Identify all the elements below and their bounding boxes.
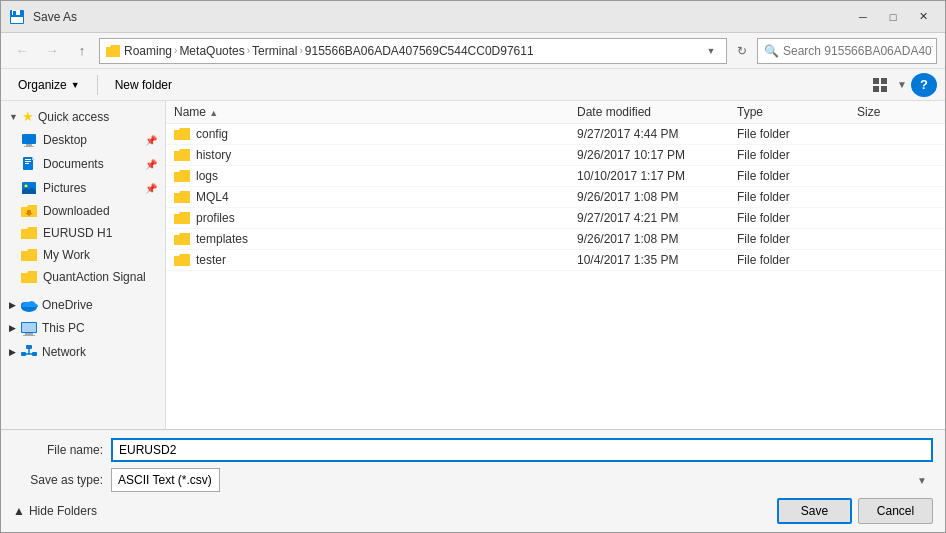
address-parts: Roaming › MetaQuotes › Terminal › 915566… (124, 44, 698, 58)
sidebar-section-quick-access[interactable]: ▼ ★ Quick access (1, 105, 165, 128)
file-name: templates (196, 232, 248, 246)
file-date: 9/27/2017 4:21 PM (577, 211, 737, 225)
sidebar-item-downloaded[interactable]: Downloaded (1, 200, 165, 222)
file-type: File folder (737, 169, 857, 183)
file-name: tester (196, 253, 226, 267)
address-part-roaming[interactable]: Roaming (124, 44, 172, 58)
folder-row-icon (174, 127, 190, 141)
file-type: File folder (737, 190, 857, 204)
up-button[interactable]: ↑ (69, 38, 95, 64)
file-name: profiles (196, 211, 235, 225)
new-folder-button[interactable]: New folder (106, 73, 181, 97)
help-button[interactable]: ? (911, 73, 937, 97)
table-row[interactable]: history 9/26/2017 10:17 PM File folder (166, 145, 945, 166)
svg-rect-22 (23, 335, 35, 336)
svg-rect-21 (25, 333, 33, 335)
sidebar-item-eurusd[interactable]: EURUSD H1 (1, 222, 165, 244)
folder-row-icon (174, 232, 190, 246)
file-type: File folder (737, 232, 857, 246)
file-name: config (196, 127, 228, 141)
forward-button[interactable]: → (39, 38, 65, 64)
svg-rect-9 (26, 144, 32, 146)
file-date: 9/26/2017 1:08 PM (577, 232, 737, 246)
folder-row-icon (174, 253, 190, 267)
back-button[interactable]: ← (9, 38, 35, 64)
filename-input[interactable] (111, 438, 933, 462)
saveas-select[interactable]: ASCII Text (*.csv) (111, 468, 220, 492)
desktop-label: Desktop (43, 133, 87, 147)
table-row[interactable]: templates 9/26/2017 1:08 PM File folder (166, 229, 945, 250)
sort-arrow-icon: ▲ (209, 108, 218, 118)
svg-rect-23 (26, 345, 32, 349)
desktop-pin-icon: 📌 (145, 135, 157, 146)
svg-rect-8 (22, 134, 36, 144)
save-button[interactable]: Save (777, 498, 852, 524)
address-part-id[interactable]: 915566BA06ADA407569C544CC0D97611 (305, 44, 534, 58)
sidebar-item-documents[interactable]: Documents 📌 (1, 152, 165, 176)
file-name: logs (196, 169, 218, 183)
folder-row-icon (174, 148, 190, 162)
sidebar-section-network[interactable]: ▶ Network (1, 340, 165, 364)
hide-folders-chevron-icon: ▲ (13, 504, 25, 518)
col-name-label: Name (174, 105, 206, 119)
refresh-button[interactable]: ↻ (731, 40, 753, 62)
folder-row-icon (174, 169, 190, 183)
table-row[interactable]: tester 10/4/2017 1:35 PM File folder (166, 250, 945, 271)
mywork-folder-icon (21, 248, 37, 262)
svg-rect-3 (11, 17, 23, 23)
file-date: 9/27/2017 4:44 PM (577, 127, 737, 141)
search-input[interactable] (783, 44, 933, 58)
pictures-pin-icon: 📌 (145, 183, 157, 194)
view-toggle-button[interactable] (867, 73, 893, 97)
sidebar-item-quantaction[interactable]: QuantAction Signal (1, 266, 165, 288)
pictures-label: Pictures (43, 181, 86, 195)
col-size-header[interactable]: Size (857, 105, 937, 119)
new-folder-label: New folder (115, 78, 172, 92)
hide-folders-label: Hide Folders (29, 504, 97, 518)
eurusd-label: EURUSD H1 (43, 226, 112, 240)
bottom-actions: ▲ Hide Folders Save Cancel (13, 498, 933, 524)
organize-button[interactable]: Organize ▼ (9, 73, 89, 97)
file-type: File folder (737, 211, 857, 225)
sidebar-section-onedrive[interactable]: ▶ OneDrive (1, 294, 165, 316)
svg-rect-2 (13, 11, 16, 15)
address-bar[interactable]: Roaming › MetaQuotes › Terminal › 915566… (99, 38, 727, 64)
close-button[interactable]: ✕ (909, 5, 937, 29)
file-name-cell: logs (174, 169, 577, 183)
svg-rect-12 (25, 159, 31, 160)
address-part-terminal[interactable]: Terminal (252, 44, 297, 58)
address-part-metaquotes[interactable]: MetaQuotes (179, 44, 244, 58)
search-box[interactable]: 🔍 (757, 38, 937, 64)
col-type-header[interactable]: Type (737, 105, 857, 119)
hide-folders-toggle[interactable]: ▲ Hide Folders (13, 504, 97, 518)
col-name-header[interactable]: Name ▲ (174, 105, 577, 119)
sidebar-item-desktop[interactable]: Desktop 📌 (1, 128, 165, 152)
search-icon: 🔍 (764, 44, 779, 58)
sidebar-section-thispc[interactable]: ▶ This PC (1, 316, 165, 340)
toolbar-separator (97, 75, 98, 95)
svg-rect-4 (873, 78, 879, 84)
network-label: Network (42, 345, 86, 359)
downloaded-folder-icon (21, 204, 37, 218)
file-list: Name ▲ Date modified Type Size (166, 101, 945, 429)
maximize-button[interactable]: □ (879, 5, 907, 29)
file-date: 9/26/2017 1:08 PM (577, 190, 737, 204)
sidebar-item-mywork[interactable]: My Work (1, 244, 165, 266)
address-dropdown-button[interactable]: ▼ (702, 42, 720, 60)
minimize-button[interactable]: ─ (849, 5, 877, 29)
table-row[interactable]: MQL4 9/26/2017 1:08 PM File folder (166, 187, 945, 208)
svg-rect-13 (25, 161, 31, 162)
saveas-select-wrapper: ASCII Text (*.csv) ▼ (111, 468, 933, 492)
saveas-arrow-icon: ▼ (917, 475, 927, 486)
file-name-cell: profiles (174, 211, 577, 225)
col-date-header[interactable]: Date modified (577, 105, 737, 119)
quick-access-label: Quick access (38, 110, 109, 124)
file-name-cell: MQL4 (174, 190, 577, 204)
table-row[interactable]: profiles 9/27/2017 4:21 PM File folder (166, 208, 945, 229)
table-row[interactable]: logs 10/10/2017 1:17 PM File folder (166, 166, 945, 187)
cancel-button[interactable]: Cancel (858, 498, 933, 524)
table-row[interactable]: config 9/27/2017 4:44 PM File folder (166, 124, 945, 145)
bottom-bar: File name: Save as type: ASCII Text (*.c… (1, 429, 945, 532)
filename-row: File name: (13, 438, 933, 462)
sidebar-item-pictures[interactable]: Pictures 📌 (1, 176, 165, 200)
